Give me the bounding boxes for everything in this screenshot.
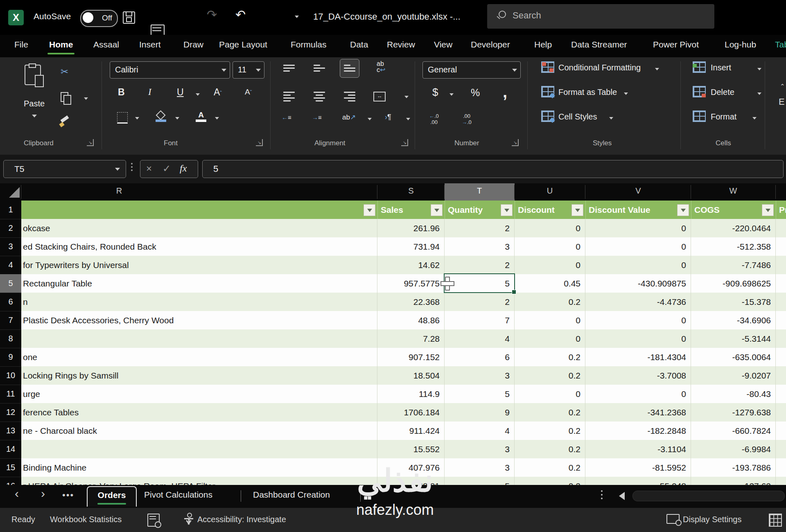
cell-R10[interactable]: Locking Rings by Samsill [23,366,377,385]
cell-W10[interactable]: -9.0207 [691,366,771,385]
cell-U12[interactable]: 0.2 [515,403,580,422]
cell-V10[interactable]: -3.7008 [585,366,686,385]
cell-U16[interactable]: 0.2 [515,477,580,485]
cell-V7[interactable]: 0 [585,311,686,329]
font-color-icon[interactable]: A [196,110,206,122]
cell-S13[interactable]: 911.424 [377,422,440,440]
redo-icon[interactable]: ↷ [207,9,217,20]
col-header-V[interactable]: V [635,186,641,196]
insert-function-icon[interactable]: fx [180,163,187,174]
merge-chevron-icon[interactable] [404,96,409,98]
center-icon[interactable] [314,92,325,101]
cell-U14[interactable]: 0.2 [515,440,580,458]
increase-decimal-icon[interactable]: ←.0 .00 [429,113,439,125]
filter-button-quantity[interactable] [501,204,513,216]
cell-S7[interactable]: 48.86 [377,311,440,329]
quick-access-chevron-icon[interactable] [295,16,299,18]
row-header-8[interactable]: 8 [0,329,21,348]
sheet-tab-dashboard-creation[interactable]: Dashboard Creation [253,490,330,500]
cell-T7[interactable]: 7 [445,311,510,329]
sheet-tab-pivot-calculations[interactable]: Pivot Calculations [144,490,212,500]
cell-T12[interactable]: 9 [445,403,510,422]
text-direction-chevron-icon[interactable] [406,118,410,120]
cell-W14[interactable]: -6.9984 [691,440,771,458]
col-header-U[interactable]: U [547,186,553,196]
cell-U11[interactable]: 0 [515,385,580,403]
align-left-icon[interactable] [283,92,295,101]
font-dialog-launcher-icon[interactable] [256,139,263,146]
cell-V2[interactable]: 0 [585,219,686,237]
name-box[interactable]: T5 [3,160,126,178]
bottom-align-icon[interactable] [344,65,355,72]
row-header-4[interactable]: 4 [0,256,21,275]
cell-R11[interactable]: urge [23,385,377,403]
row-header-13[interactable]: 13 [0,422,21,440]
italic-button[interactable]: I [148,87,151,97]
clipboard-dialog-launcher-icon[interactable] [87,139,94,146]
percent-style-button[interactable]: % [471,87,480,99]
alignment-dialog-launcher-icon[interactable] [401,139,408,146]
row-header-7[interactable]: 7 [0,311,21,330]
conditional-formatting-button[interactable]: Conditional Formatting [558,63,641,72]
number-dialog-launcher-icon[interactable] [512,139,519,146]
horizontal-scrollbar[interactable] [632,491,785,501]
paste-button[interactable]: Paste [24,99,45,108]
font-name-select[interactable]: Calibri [110,61,230,79]
cell-U13[interactable]: 0.2 [515,422,580,440]
format-chevron-icon[interactable] [752,117,757,119]
cut-icon[interactable]: ✂ [61,66,68,77]
cell-R9[interactable]: one [23,348,377,366]
workbook-statistics-button[interactable]: Workbook Statistics [50,515,122,524]
accounting-chevron-icon[interactable] [449,93,454,96]
cell-R13[interactable]: ne - Charcoal black [23,422,377,440]
conditional-formatting-chevron-icon[interactable] [655,68,659,70]
tab-log-hub[interactable]: Log-hub [725,40,756,50]
top-align-icon[interactable] [283,65,295,72]
row-header-12[interactable]: 12 [0,403,21,422]
cell-styles-button[interactable]: Cell Styles [558,112,597,122]
cell-W15[interactable]: -193.7886 [691,458,771,477]
row-header-5[interactable]: 5 [0,274,21,293]
enter-icon[interactable]: ✓ [163,163,171,174]
format-as-table-button[interactable]: Format as Table [558,88,617,97]
cell-R16[interactable]: r HEPA Air Cleaner, Very Large Room, HEP… [23,477,377,485]
cell-V14[interactable]: -3.1104 [585,440,686,458]
filter-button-cogs[interactable] [762,204,774,216]
cell-R8[interactable] [23,329,377,348]
accessibility-status[interactable]: Accessibility: Investigate [197,515,286,524]
undo-icon[interactable]: ↶ [235,9,246,20]
row-header-16[interactable]: 16 [0,477,21,485]
row-header-10[interactable]: 10 [0,366,21,385]
col-header-R[interactable]: R [116,186,122,196]
cell-S15[interactable]: 407.976 [377,458,440,477]
cell-S6[interactable]: 22.368 [377,293,440,311]
copy-chevron-icon[interactable] [84,97,88,100]
sheet-options-icon[interactable] [601,490,603,499]
cell-S12[interactable]: 1706.184 [377,403,440,422]
fill-color-icon[interactable] [156,111,166,122]
cell-V9[interactable]: -181.4304 [585,348,686,366]
tab-draw[interactable]: Draw [183,40,203,50]
number-format-select[interactable]: General [422,61,521,79]
display-settings-button[interactable]: Display Settings [683,515,741,524]
cell-W9[interactable]: -635.0064 [691,348,771,366]
comma-style-button[interactable]: , [503,83,507,101]
cell-V12[interactable]: -341.2368 [585,403,686,422]
row-header-11[interactable]: 11 [0,385,21,404]
copy-icon[interactable] [61,92,68,102]
filter-button-discount[interactable] [571,204,583,216]
format-cells-button[interactable]: Format [711,112,736,122]
search-input[interactable]: Search [487,4,714,29]
cell-U7[interactable]: 0 [515,311,580,329]
borders-chevron-icon[interactable] [135,117,139,119]
tab-power-pivot[interactable]: Power Pivot [653,40,699,50]
all-sheets-icon[interactable]: ••• [62,490,74,500]
orientation-icon[interactable]: ab↗ [342,113,356,122]
cell-V15[interactable]: -81.5952 [585,458,686,477]
merge-center-icon[interactable]: ↔ [373,92,386,101]
fill-handle[interactable] [512,290,516,294]
delete-cells-button[interactable]: Delete [711,88,734,97]
cell-S4[interactable]: 14.62 [377,256,440,274]
tab-data[interactable]: Data [350,40,368,50]
tab-assaal[interactable]: Assaal [93,40,119,50]
